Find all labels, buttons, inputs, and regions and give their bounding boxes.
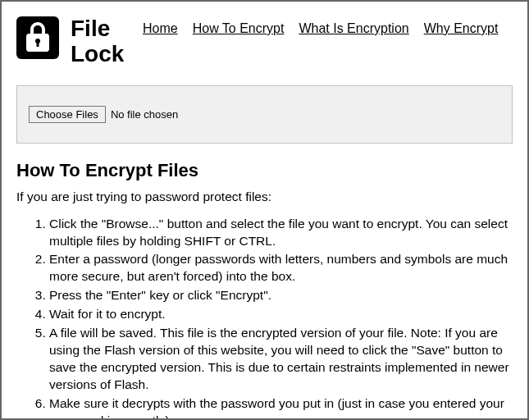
file-upload-panel: Choose Files No file chosen bbox=[16, 85, 513, 144]
steps-list: Click the "Browse..." button and select … bbox=[16, 216, 513, 420]
list-item: A file will be saved. This file is the e… bbox=[49, 325, 513, 394]
nav-link-why-encrypt[interactable]: Why Encrypt bbox=[424, 21, 499, 36]
app-title: File Lock bbox=[71, 16, 128, 67]
lock-icon bbox=[26, 22, 49, 54]
list-item: Make sure it decrypts with the password … bbox=[49, 395, 513, 420]
list-item: Click the "Browse..." button and select … bbox=[49, 216, 513, 250]
main-nav: Home How To Encrypt What Is Encryption W… bbox=[143, 21, 498, 36]
nav-link-home[interactable]: Home bbox=[143, 21, 178, 36]
list-item: Press the "Enter" key or click "Encrypt"… bbox=[49, 287, 513, 304]
nav-link-how-to-encrypt[interactable]: How To Encrypt bbox=[193, 21, 285, 36]
section-heading: How To Encrypt Files bbox=[16, 160, 513, 181]
nav-link-what-is-encryption[interactable]: What Is Encryption bbox=[299, 21, 408, 36]
app-logo bbox=[16, 16, 59, 59]
intro-text: If you are just trying to password prote… bbox=[16, 189, 513, 204]
svg-rect-1 bbox=[37, 42, 39, 47]
list-item: Wait for it to encrypt. bbox=[49, 306, 513, 323]
header: File Lock Home How To Encrypt What Is En… bbox=[16, 16, 513, 67]
list-item: Enter a password (longer passwords with … bbox=[49, 251, 513, 285]
file-status-text: No file chosen bbox=[111, 108, 178, 121]
choose-files-button[interactable]: Choose Files bbox=[29, 106, 106, 123]
app-viewport[interactable]: File Lock Home How To Encrypt What Is En… bbox=[0, 0, 529, 420]
